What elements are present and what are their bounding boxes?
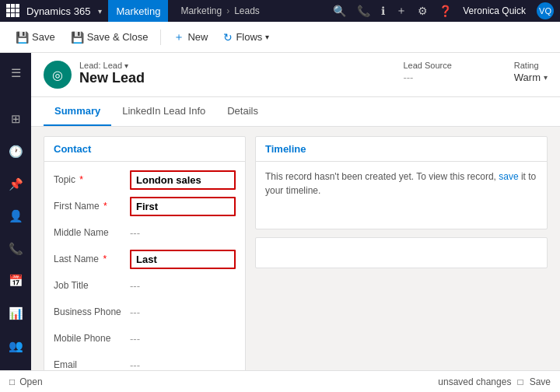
sidebar-phone-icon[interactable]: 📞 [2, 235, 30, 263]
app-name-dropdown-icon[interactable]: ▾ [98, 7, 102, 16]
save-icon: 💾 [16, 31, 29, 44]
business-phone-value[interactable]: --- [130, 306, 236, 318]
breadcrumb-parent[interactable]: Marketing [180, 5, 222, 16]
top-navbar: Dynamics 365 ▾ Marketing Marketing › Lea… [0, 0, 560, 22]
last-name-required-indicator: * [103, 254, 107, 264]
flows-button[interactable]: ↻ Flows ▾ [217, 28, 275, 47]
new-button[interactable]: ＋ New [167, 27, 214, 47]
app-name: Dynamics 365 [26, 5, 90, 17]
record-header: ◎ Lead: Lead ▾ New Lead Lead Source --- … [31, 53, 560, 97]
status-open-icon: □ [9, 376, 15, 387]
sidebar-home-icon[interactable]: ⊞ [2, 105, 30, 133]
user-initial: VQ [539, 6, 551, 16]
form-right: Timeline This record hasn't been created… [255, 136, 548, 383]
save-close-button[interactable]: 💾 Save & Close [65, 28, 155, 47]
topic-input[interactable] [130, 170, 236, 190]
tab-details[interactable]: Details [216, 97, 269, 126]
last-name-label: Last Name * [54, 254, 124, 264]
tab-summary[interactable]: Summary [44, 97, 111, 126]
contact-fields: Topic * First Name * [44, 162, 245, 383]
tab-linkedin[interactable]: LinkedIn Lead Info [111, 97, 216, 126]
contact-section: Contact Topic * [44, 136, 246, 383]
lead-source-label: Lead Source [403, 61, 451, 70]
sidebar: ☰ ⊞ 🕐 📌 👤 📞 📅 📊 👥 ⚙ [0, 53, 31, 392]
rating-value[interactable]: Warm [514, 72, 541, 83]
settings-icon[interactable]: ⚙ [418, 5, 428, 17]
record-type-dropdown-icon[interactable]: ▾ [124, 61, 128, 70]
user-avatar[interactable]: VQ [537, 2, 554, 19]
middle-name-label: Middle Name [54, 227, 124, 238]
flows-dropdown-icon: ▾ [265, 33, 269, 41]
mobile-phone-value[interactable]: --- [130, 333, 236, 345]
first-name-required-indicator: * [103, 201, 107, 212]
new-icon: ＋ [173, 30, 184, 44]
lead-source-value[interactable]: --- [403, 72, 451, 83]
record-type: Lead: Lead ▾ [79, 61, 145, 70]
save-button[interactable]: 💾 Save [9, 28, 61, 47]
new-button-label: New [187, 31, 208, 43]
job-title-label: Job Title [54, 280, 124, 291]
module-name[interactable]: Marketing [108, 0, 168, 22]
job-title-row: Job Title --- [54, 274, 236, 297]
user-name: Veronica Quick [463, 5, 526, 16]
app-grid-button[interactable] [6, 4, 20, 18]
email-value[interactable]: --- [130, 359, 236, 371]
rating-label: Rating [514, 61, 548, 70]
sidebar-pinned-icon[interactable]: 📌 [2, 170, 30, 198]
last-name-input[interactable] [130, 250, 236, 269]
job-title-value[interactable]: --- [130, 280, 236, 292]
save-button-label: Save [32, 31, 55, 43]
timeline-msg-link[interactable]: save [499, 171, 518, 182]
topic-required-indicator: * [79, 174, 83, 185]
help-icon[interactable]: ❓ [439, 5, 452, 17]
flows-button-label: Flows [236, 31, 262, 43]
command-bar: 💾 Save 💾 Save & Close ＋ New ↻ Flows ▾ [0, 22, 560, 53]
status-open-label[interactable]: Open [19, 376, 42, 387]
info-icon[interactable]: ℹ [381, 5, 385, 17]
mobile-phone-row: Mobile Phone --- [54, 327, 236, 350]
sidebar-recent-icon[interactable]: 🕐 [2, 138, 30, 166]
top-nav-right: 🔍 📞 ℹ ＋ ⚙ ❓ Veronica Quick VQ [333, 2, 554, 19]
business-phone-row: Business Phone --- [54, 300, 236, 324]
status-save-label[interactable]: Save [530, 376, 551, 387]
topic-label: Topic * [54, 174, 124, 185]
breadcrumb-separator: › [226, 5, 229, 16]
status-bar-right: unsaved changes □ Save [438, 376, 551, 387]
email-label: Email [54, 359, 124, 370]
form-area: Contact Topic * [31, 127, 560, 392]
first-name-label: First Name * [54, 201, 124, 212]
sidebar-menu-icon[interactable]: ☰ [2, 59, 30, 87]
sidebar-people-icon[interactable]: 👥 [2, 332, 30, 360]
save-close-label: Save & Close [87, 31, 149, 43]
middle-name-row: Middle Name --- [54, 221, 236, 244]
topic-row: Topic * [54, 168, 236, 191]
top-nav-left: Dynamics 365 ▾ Marketing Marketing › Lea… [6, 0, 260, 22]
tabs: Summary LinkedIn Lead Info Details [31, 97, 560, 127]
last-name-row: Last Name * [54, 247, 236, 271]
sidebar-contact-icon[interactable]: 👤 [2, 202, 30, 230]
breadcrumb-current: Leads [234, 5, 260, 16]
record-header-right: Lead Source --- Rating Warm ▾ [403, 61, 548, 83]
middle-name-value[interactable]: --- [130, 227, 236, 239]
flows-icon: ↻ [223, 31, 233, 44]
add-icon[interactable]: ＋ [396, 4, 407, 18]
form-left: Contact Topic * [44, 136, 246, 383]
contact-section-title: Contact [44, 137, 245, 162]
save-close-icon: 💾 [71, 31, 84, 44]
right-panel [255, 237, 548, 268]
mobile-phone-label: Mobile Phone [54, 333, 124, 344]
status-save-icon: □ [517, 376, 523, 387]
record-icon-symbol: ◎ [52, 68, 63, 82]
sidebar-marketing-icon[interactable]: 📊 [2, 299, 30, 327]
first-name-input[interactable] [130, 197, 236, 216]
timeline-title: Timeline [256, 137, 547, 162]
layout: ☰ ⊞ 🕐 📌 👤 📞 📅 📊 👥 ⚙ ◎ Lead: Lead ▾ [0, 53, 560, 392]
phone-icon[interactable]: 📞 [357, 5, 370, 17]
search-icon[interactable]: 🔍 [333, 5, 346, 17]
record-icon: ◎ [44, 61, 72, 89]
record-header-left: ◎ Lead: Lead ▾ New Lead [44, 61, 145, 89]
first-name-row: First Name * [54, 194, 236, 218]
business-phone-label: Business Phone [54, 306, 124, 317]
sidebar-calendar-icon[interactable]: 📅 [2, 268, 30, 296]
rating-dropdown-icon[interactable]: ▾ [544, 73, 548, 82]
